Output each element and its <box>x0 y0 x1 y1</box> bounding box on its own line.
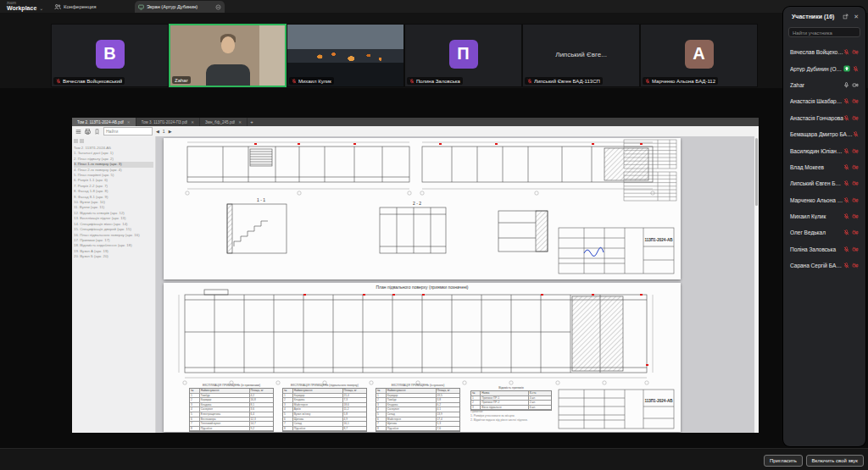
avatar: П <box>449 39 478 68</box>
participant-row[interactable]: Артур Дубинин (Организатор) <box>783 60 865 76</box>
next-page-button[interactable]: ▶ <box>169 129 172 134</box>
participant-row[interactable]: Zahar <box>783 77 865 93</box>
participant-name: Олег Ведькал <box>790 229 843 235</box>
conference-tab-label: Конференция <box>64 4 96 9</box>
annotation-marker <box>541 294 543 296</box>
participant-name: Анастасія Шкабарня БАД-114 <box>790 98 843 104</box>
pdf-page-1: 1 - 1 2 - 2 113П1-2024-АБ <box>164 138 681 279</box>
new-tab-button[interactable]: + <box>248 118 256 126</box>
mic-muted-icon <box>409 79 415 84</box>
participant-row[interactable]: Анастасія Шкабарня БАД-114 <box>783 93 865 109</box>
pdf-canvas[interactable]: 1 - 1 2 - 2 113П1-2024-АБ План підвально… <box>157 136 759 433</box>
annotation-marker <box>298 143 300 145</box>
mic-muted-icon <box>843 229 849 235</box>
video-tile-marchenko[interactable]: А Марченко Альона БАД-112 <box>640 24 758 87</box>
camera-off-icon <box>852 246 859 252</box>
outline-panel: Том 2. 113П1-2024-АБ1. Загальні дані (ар… <box>72 136 156 433</box>
mic-muted-icon <box>843 49 849 55</box>
minus-circle-icon[interactable] <box>215 4 221 10</box>
tab-conference[interactable]: Конференция <box>54 0 96 13</box>
section-label-2: 2 - 2 <box>413 201 421 206</box>
participant-row[interactable]: Липський Євген БАД-113СП <box>783 175 865 191</box>
participant-name: Василюдин Юліан Бад-114 <box>790 148 843 154</box>
pdf-page-2: План підвального поверху (приямки познач… <box>164 283 681 432</box>
prev-page-button[interactable]: ◀ <box>156 129 159 134</box>
bookmarks-icon[interactable] <box>80 139 84 143</box>
camera-off-icon <box>852 229 859 235</box>
camera-icon <box>852 82 859 88</box>
tile-name-label: Липський Євген БАД-113СП <box>534 79 600 84</box>
pdf-tab[interactable]: Змн_бф_245.pdf✕ <box>200 118 248 126</box>
print-icon[interactable] <box>85 129 91 135</box>
explication-table-2: ЕКСПЛІКАЦІЯ ПРИМІЩЕНЬ (підвального повер… <box>282 384 367 432</box>
participant-row[interactable]: Поліна Заловська <box>783 241 865 257</box>
tile-name-label: Вячеслав Войцеховський <box>63 79 122 84</box>
annotation-marker <box>640 143 643 145</box>
page-number[interactable]: 1 <box>163 129 165 134</box>
scrollbar[interactable] <box>754 136 759 433</box>
pdf-tab[interactable]: Том 3. 113П1-2024-ПЗ.pdf✕ <box>136 118 201 126</box>
thumbnails-icon[interactable] <box>74 139 78 143</box>
participant-row[interactable]: Анастасія Гончарова <box>783 110 865 126</box>
find-input[interactable]: Найти <box>103 127 153 135</box>
participant-row[interactable]: Василюдин Юліан Бад-114 <box>783 142 865 158</box>
tile-name-label: Полина Заловська <box>416 79 460 84</box>
pdf-tab[interactable]: Том 2. 113П1-2024-АБ.pdf✕ <box>72 118 136 126</box>
note-line: 2. Відмітки подано від рівня чистої підл… <box>470 418 555 423</box>
unmute-button[interactable]: Включить свой звук <box>806 455 865 467</box>
participants-title: Участники (16) <box>792 14 834 19</box>
tile-name-label: Марченко Альона БАД-112 <box>652 79 715 84</box>
mic-muted-icon <box>843 180 849 186</box>
mic-muted-icon <box>843 197 849 203</box>
participant-row[interactable]: Марченко Альона БАД-112 <box>783 192 865 208</box>
annotation-marker <box>640 294 643 296</box>
participant-name: Марченко Альона БАД-112 <box>790 197 843 203</box>
participant-row[interactable]: Олег Ведькал <box>783 224 865 241</box>
annotation-marker <box>439 143 442 145</box>
chevron-down-icon: ⌄ <box>39 5 43 12</box>
participant-name: Влад Мокеев <box>790 164 843 170</box>
tab-screen-share[interactable]: Экран (Артур Дубинин) <box>135 1 225 13</box>
video-tile-zalovska[interactable]: П Полина Заловська <box>404 24 522 87</box>
participant-list: Вячеслав Войцеховський (Я)Артур Дубинин … <box>783 44 865 443</box>
participant-name: Бемащара Дмитро БАД-114сп <box>790 131 853 137</box>
close-icon[interactable]: ✕ <box>238 120 242 124</box>
participant-name: Михаил Кулик <box>790 213 843 219</box>
outline-item[interactable]: 20. Вузол Б (арк. 20) <box>74 254 153 259</box>
camera-off-icon <box>852 148 859 154</box>
pop-out-icon[interactable] <box>843 14 849 19</box>
camera-off-icon <box>852 98 859 104</box>
sidebar-toggle-icon[interactable] <box>75 129 81 135</box>
participant-row[interactable]: Влад Мокеев <box>783 159 865 175</box>
aux-table: Відомість приямків№НазваК-сть1Приямок ПР… <box>470 386 552 411</box>
video-tile-voitsekhovskyi[interactable]: В Вячеслав Войцеховський <box>51 24 169 87</box>
shared-screen-pdf-window: Том 2. 113П1-2024-АБ.pdf✕ Том 3. 113П1-2… <box>72 118 759 433</box>
zoom-brand-menu[interactable]: zoom Workplace ⌄ <box>7 1 43 12</box>
annotation-marker <box>353 143 356 145</box>
close-icon[interactable]: ✕ <box>127 120 131 124</box>
participant-name: Сарана Сергій БАД-114 <box>790 263 843 268</box>
bookmark-icon[interactable] <box>94 129 100 135</box>
video-tile-kulik[interactable]: Михаил Кулик <box>287 24 404 87</box>
participant-search-input[interactable]: Найти участника <box>788 27 860 37</box>
participant-row[interactable]: Вячеслав Войцеховський (Я) <box>783 44 865 60</box>
titleblock-code-1: 113П1-2024-АБ <box>644 238 673 242</box>
participant-row[interactable]: Михаил Кулик <box>783 208 865 224</box>
video-tile-zahar[interactable]: Zahar <box>169 24 287 87</box>
mic-muted-icon <box>843 246 849 252</box>
video-tile-lypskyi[interactable]: Липський Євге... Липський Євген БАД-113С… <box>522 24 640 87</box>
close-icon[interactable]: ✕ <box>854 14 859 20</box>
scrollbar-thumb[interactable] <box>755 138 758 206</box>
annotation-marker <box>363 294 365 296</box>
participant-name: Вячеслав Войцеховський (Я) <box>790 49 843 55</box>
mic-muted-icon <box>56 79 61 84</box>
close-icon[interactable]: ✕ <box>191 120 194 124</box>
participant-name: Поліна Заловська <box>790 246 843 252</box>
section-label-1: 1 - 1 <box>257 197 265 202</box>
participant-name: Zahar <box>790 82 843 88</box>
share-tab-label: Экран (Артур Дубинин) <box>147 4 213 9</box>
mic-muted-icon <box>843 115 849 121</box>
participant-row[interactable]: Бемащара Дмитро БАД-114сп <box>783 126 865 142</box>
invite-button[interactable]: Пригласить <box>764 455 803 467</box>
participant-row[interactable]: Сарана Сергій БАД-114 <box>783 257 865 274</box>
